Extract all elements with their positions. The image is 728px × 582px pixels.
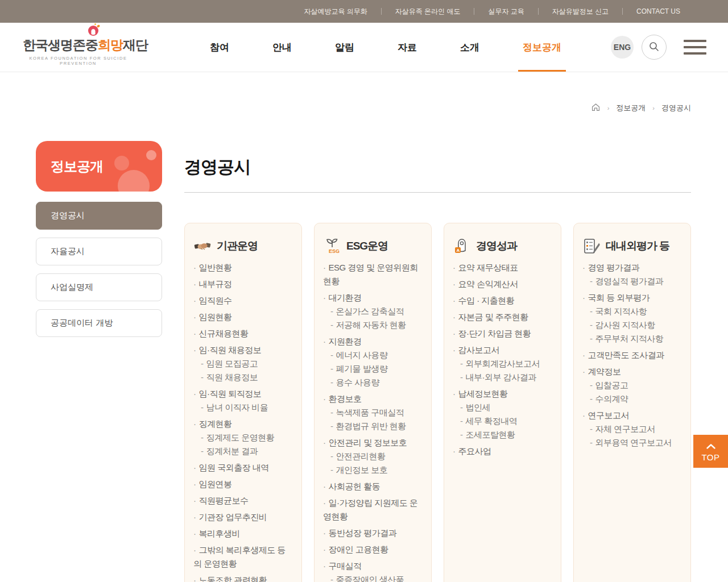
- topbar-link[interactable]: 자살예방교육 의무화: [304, 7, 367, 16]
- card-link-item[interactable]: ·주요사업: [453, 444, 552, 458]
- card-sublink-item[interactable]: -국회 지적사항: [582, 305, 682, 318]
- card-link-item[interactable]: ·징계현황: [193, 417, 293, 431]
- sidebar-item[interactable]: 사업실명제: [36, 273, 162, 301]
- card-sublink-item[interactable]: -세무 확정내역: [453, 414, 552, 428]
- card-sublink-item[interactable]: -에너지 사용량: [323, 348, 423, 362]
- topbar-link[interactable]: 자살유발정보 신고: [552, 7, 609, 16]
- sidebar-title-label: 정보공개: [51, 157, 103, 176]
- card-sublink-item[interactable]: -감사원 지적사항: [582, 318, 682, 332]
- card-link-item[interactable]: ·수입 · 지출현황: [453, 294, 552, 307]
- card-sublink-item[interactable]: -법인세: [453, 401, 552, 414]
- card-link-item[interactable]: ·사회공헌 활동: [323, 480, 423, 493]
- card-link-item[interactable]: ·일반현황: [193, 261, 293, 275]
- card-link-item[interactable]: ·고객만족도 조사결과: [582, 348, 682, 362]
- card-sublink-item[interactable]: -중증장애인 생산품: [323, 573, 423, 582]
- sidebar-item[interactable]: 자율공시: [36, 238, 162, 265]
- card-link-item[interactable]: ·임·직원 퇴직정보: [193, 387, 293, 401]
- card-sublink-item[interactable]: -주무부처 지적사항: [582, 332, 682, 346]
- card-sublink-item[interactable]: -수의계약: [582, 392, 682, 406]
- card-link-item[interactable]: ·임직원수: [193, 294, 293, 307]
- topbar-link[interactable]: CONTACT US: [636, 7, 680, 15]
- card-link-item[interactable]: ·경영 평가결과: [582, 261, 682, 275]
- card-sublink-item[interactable]: -용수 사용량: [323, 376, 423, 389]
- language-button[interactable]: ENG: [611, 36, 634, 59]
- bullet-icon: ·: [453, 329, 456, 338]
- card-link-item[interactable]: ·내부규정: [193, 277, 293, 291]
- card-link-item[interactable]: ·직원평균보수: [193, 494, 293, 508]
- card-link-item[interactable]: ·환경보호: [323, 392, 423, 406]
- logo[interactable]: 한국생명존중희망재단 KOREA FOUNDATION FOR SUICIDE …: [23, 28, 134, 66]
- card-sublink-item[interactable]: -온실가스 감축실적: [323, 305, 423, 318]
- logo-suffix: 재단: [123, 38, 148, 52]
- card-sublink-item[interactable]: -외부회계감사보고서: [453, 357, 552, 371]
- card-sublink-item[interactable]: -경영실적 평가결과: [582, 275, 682, 288]
- card-link-item[interactable]: ·대기환경: [323, 291, 423, 305]
- card-link-item[interactable]: ·지원환경: [323, 335, 423, 348]
- card-link-item[interactable]: ·신규채용현황: [193, 327, 293, 340]
- card-link-item[interactable]: ·기관장 업무추진비: [193, 510, 293, 524]
- card-link-item[interactable]: ·안전관리 및 정보보호: [323, 436, 423, 450]
- card-sublink-item[interactable]: -징계처분 결과: [193, 444, 293, 458]
- card-link-item[interactable]: ·임원연봉: [193, 477, 293, 491]
- nav-item[interactable]: 정보공개: [501, 23, 583, 72]
- card-link-item[interactable]: ·일·가정양립 지원제도 운영현황: [323, 496, 423, 523]
- card-sublink-item[interactable]: -징계제도 운영현황: [193, 431, 293, 444]
- topbar-separator: [381, 8, 382, 15]
- sidebar-item[interactable]: 공공데이터 개방: [36, 309, 162, 337]
- card-link-item[interactable]: ·계약정보: [582, 365, 682, 379]
- card-sublink-item[interactable]: -폐기물 발생량: [323, 362, 423, 376]
- topbar-link[interactable]: 자살유족 온라인 애도: [395, 7, 461, 16]
- card-link-item[interactable]: ·요약 손익계산서: [453, 277, 552, 291]
- card-link-item[interactable]: ·연구보고서: [582, 409, 682, 422]
- dash-icon: -: [201, 402, 204, 412]
- card-link-item[interactable]: ·장·단기 차입금 현황: [453, 327, 552, 340]
- card-link-item[interactable]: ·동반성장 평가결과: [323, 526, 423, 540]
- card-link-item[interactable]: ·장애인 고용현황: [323, 543, 423, 556]
- card-link-item[interactable]: ·임·직원 채용정보: [193, 343, 293, 357]
- card-sublink-item[interactable]: -남녀 이직자 비율: [193, 401, 293, 414]
- card-sublink-item[interactable]: -조세포탈현황: [453, 428, 552, 442]
- card-link-item[interactable]: ·노동조합 관련현황: [193, 573, 293, 582]
- topbar-link[interactable]: 실무자 교육: [488, 7, 524, 16]
- nav-item[interactable]: 알림: [313, 23, 376, 72]
- bullet-icon: ·: [453, 312, 456, 322]
- card-sublink-item[interactable]: -개인정보 보호: [323, 463, 423, 477]
- card-sublink-item[interactable]: -환경법규 위반 현황: [323, 419, 423, 433]
- card-link-item[interactable]: ·자본금 및 주주현황: [453, 310, 552, 324]
- search-button[interactable]: [642, 35, 667, 60]
- bullet-icon: ·: [193, 345, 196, 355]
- menu-button[interactable]: [684, 40, 706, 55]
- scroll-top-button[interactable]: TOP: [693, 435, 728, 468]
- card-sublink-item[interactable]: -내부·외부 감사결과: [453, 371, 552, 384]
- card-link-item[interactable]: ·복리후생비: [193, 527, 293, 541]
- nav-item[interactable]: 소개: [439, 23, 501, 72]
- card-link-item[interactable]: ·임원 국외출장 내역: [193, 461, 293, 475]
- card-sublink-item[interactable]: -안전관리현황: [323, 450, 423, 463]
- breadcrumb-item[interactable]: 경영공시: [661, 103, 691, 113]
- card-sublink-item[interactable]: -직원 채용정보: [193, 371, 293, 384]
- card-link-item[interactable]: ·그밖의 복리후생제도 등의 운영현황: [193, 543, 293, 571]
- card-link-item[interactable]: ·납세정보현황: [453, 387, 552, 401]
- breadcrumb-item[interactable]: 정보공개: [616, 103, 646, 113]
- bullet-icon: ·: [582, 350, 585, 360]
- card-sublink-item[interactable]: -임원 모집공고: [193, 357, 293, 371]
- bullet-icon: ·: [453, 345, 456, 355]
- home-icon[interactable]: [591, 102, 601, 114]
- card-sublink-item[interactable]: -저공해 자동차 현황: [323, 318, 423, 332]
- card-sublink-item[interactable]: -입찰공고: [582, 379, 682, 392]
- card-sublink-item[interactable]: -녹색제품 구매실적: [323, 406, 423, 419]
- dash-icon: -: [590, 306, 593, 316]
- card-sublink-item[interactable]: -외부용역 연구보고서: [582, 436, 682, 450]
- card-link-item[interactable]: ·구매실적: [323, 559, 423, 573]
- card-sublink-item[interactable]: -자체 연구보고서: [582, 422, 682, 436]
- card-link-item[interactable]: ·임원현황: [193, 310, 293, 324]
- nav-item[interactable]: 참여: [188, 23, 251, 72]
- card-link-item[interactable]: ·요약 재무상태표: [453, 261, 552, 275]
- card-link-item[interactable]: ·ESG 경영 및 운영위원회 현황: [323, 261, 423, 288]
- nav-item[interactable]: 자료: [376, 23, 439, 72]
- sidebar-item[interactable]: 경영공시: [36, 202, 162, 230]
- topbar-links: 자살예방교육 의무화자살유족 온라인 애도실무자 교육자살유발정보 신고CONT…: [304, 7, 680, 16]
- card-link-item[interactable]: ·국회 등 외부평가: [582, 291, 682, 305]
- card-link-item[interactable]: ·감사보고서: [453, 343, 552, 357]
- nav-item[interactable]: 안내: [251, 23, 313, 72]
